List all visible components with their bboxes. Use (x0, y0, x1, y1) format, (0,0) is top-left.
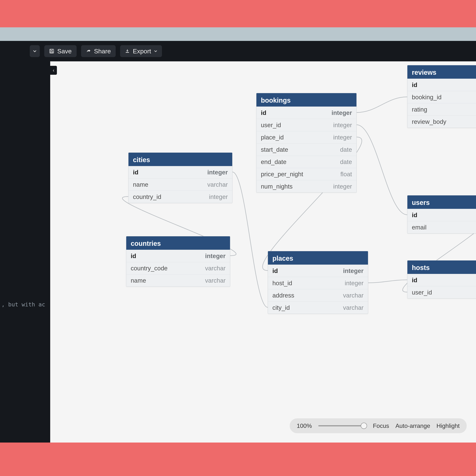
table-users[interactable]: usersidemail (407, 195, 476, 234)
table-column-city_id[interactable]: city_idvarchar (268, 301, 368, 314)
table-reviews[interactable]: reviewsidbooking_idratingreview_body (407, 65, 476, 128)
focus-button[interactable]: Focus (373, 423, 389, 429)
app-window: Save Share Export , but with ac (0, 41, 476, 442)
zoom-slider[interactable] (318, 425, 367, 426)
table-header[interactable]: cities (128, 153, 232, 166)
column-name: id (272, 267, 278, 274)
column-type: integer (345, 280, 363, 287)
column-name: end_date (261, 158, 287, 166)
code-snippet: , but with ac (1, 301, 45, 308)
column-type: integer (333, 134, 352, 141)
table-cities[interactable]: citiesidintegernamevarcharcountry_idinte… (128, 153, 232, 203)
status-bar: 100% Focus Auto-arrange Highlight (290, 418, 467, 433)
column-type: date (340, 158, 352, 166)
table-column-name[interactable]: namevarchar (126, 274, 230, 287)
column-name: id (133, 169, 138, 176)
diagram-canvas[interactable]: ‹ citiesidintegernamevarcharcountry_idin… (50, 61, 476, 442)
relation-line (368, 280, 407, 283)
column-name: host_id (272, 280, 292, 287)
column-name: price_per_night (261, 171, 303, 178)
table-places[interactable]: placesidintegerhost_idintegeraddressvarc… (268, 251, 368, 314)
auto-arrange-button[interactable]: Auto-arrange (395, 423, 430, 429)
zoom-label[interactable]: 100% (297, 423, 312, 429)
column-type: integer (333, 183, 352, 190)
table-column-place_id[interactable]: place_idinteger (256, 131, 357, 143)
download-icon (125, 49, 130, 53)
table-column-user_id[interactable]: user_id (408, 286, 476, 298)
table-column-price_per_night[interactable]: price_per_nightfloat (256, 168, 357, 180)
column-type: integer (207, 169, 228, 176)
column-type: integer (343, 267, 363, 274)
toolbar: Save Share Export (0, 41, 476, 61)
column-type: varchar (205, 277, 225, 284)
column-name: address (272, 292, 294, 299)
column-type: integer (209, 193, 228, 201)
table-header[interactable]: reviews (408, 65, 476, 79)
table-header[interactable]: bookings (256, 93, 357, 106)
relation-line (357, 125, 407, 215)
chevron-down-icon (154, 50, 157, 53)
table-column-id[interactable]: idinteger (126, 250, 230, 262)
table-column-id[interactable]: id (408, 274, 476, 286)
column-type: float (340, 171, 352, 178)
table-column-id[interactable]: idinteger (128, 166, 232, 178)
table-header[interactable]: places (268, 251, 368, 265)
table-column-id[interactable]: idinteger (268, 265, 368, 277)
column-type: varchar (205, 265, 225, 272)
table-bookings[interactable]: bookingsidintegeruser_idintegerplace_idi… (256, 93, 357, 193)
column-type: integer (205, 253, 225, 260)
share-button[interactable]: Share (81, 45, 116, 57)
save-button[interactable]: Save (44, 45, 77, 57)
column-type: integer (332, 109, 352, 116)
table-hosts[interactable]: hostsiduser_id (407, 260, 476, 299)
table-column-user_id[interactable]: user_idinteger (256, 119, 357, 131)
svg-rect-1 (51, 51, 53, 53)
table-countries[interactable]: countriesidintegercountry_codevarcharnam… (126, 236, 230, 287)
column-name: id (131, 253, 136, 260)
column-name: city_id (272, 304, 290, 311)
column-name: user_id (412, 289, 432, 296)
column-name: id (261, 109, 266, 116)
column-name: booking_id (412, 94, 442, 101)
share-label: Share (94, 48, 111, 55)
table-column-email[interactable]: email (408, 221, 476, 233)
column-name: name (133, 181, 148, 188)
chevron-down-icon (33, 50, 36, 53)
browser-tabstrip (0, 27, 476, 41)
collapse-panel-button[interactable]: ‹ (50, 66, 57, 75)
table-column-end_date[interactable]: end_datedate (256, 156, 357, 168)
table-header[interactable]: countries (126, 236, 230, 250)
export-label: Export (133, 48, 151, 55)
table-column-review_body[interactable]: review_body (408, 116, 476, 128)
code-panel[interactable]: , but with ac (0, 61, 50, 442)
table-column-name[interactable]: namevarchar (128, 178, 232, 191)
export-button[interactable]: Export (120, 45, 162, 57)
table-column-country_id[interactable]: country_idinteger (128, 191, 232, 203)
column-name: country_code (131, 265, 168, 272)
table-column-country_code[interactable]: country_codevarchar (126, 262, 230, 274)
highlight-button[interactable]: Highlight (436, 423, 460, 429)
table-column-num_nights[interactable]: num_nightsinteger (256, 180, 357, 192)
column-name: email (412, 224, 426, 231)
dropdown-button[interactable] (30, 45, 40, 57)
column-name: country_id (133, 193, 161, 201)
column-name: place_id (261, 134, 284, 141)
table-column-start_date[interactable]: start_datedate (256, 143, 357, 156)
column-type: date (340, 146, 352, 153)
table-header[interactable]: users (408, 195, 476, 209)
table-header[interactable]: hosts (408, 260, 476, 274)
table-column-id[interactable]: id (408, 79, 476, 91)
table-column-rating[interactable]: rating (408, 103, 476, 116)
zoom-slider-thumb[interactable] (361, 423, 367, 429)
table-column-address[interactable]: addressvarchar (268, 289, 368, 301)
share-icon (86, 49, 91, 54)
column-name: id (412, 82, 417, 88)
table-column-id[interactable]: idinteger (256, 106, 357, 119)
table-column-id[interactable]: id (408, 209, 476, 221)
chevron-left-icon: ‹ (53, 68, 54, 73)
column-name: num_nights (261, 183, 293, 190)
relation-line (357, 97, 407, 113)
table-column-booking_id[interactable]: booking_id (408, 91, 476, 103)
column-name: rating (412, 106, 427, 113)
table-column-host_id[interactable]: host_idinteger (268, 277, 368, 289)
